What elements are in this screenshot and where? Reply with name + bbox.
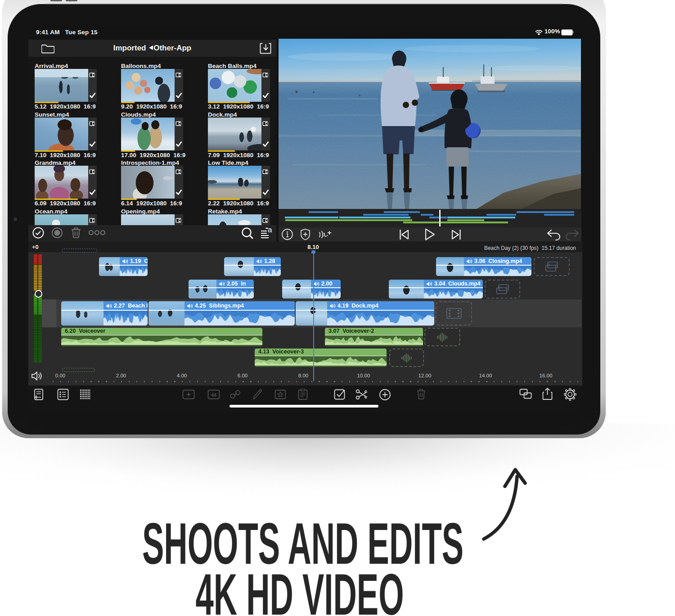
svg-text:44: 44 <box>211 392 217 398</box>
svg-text:a: a <box>268 227 272 234</box>
svg-text:4K HD VIDEO: 4K HD VIDEO <box>196 562 404 616</box>
